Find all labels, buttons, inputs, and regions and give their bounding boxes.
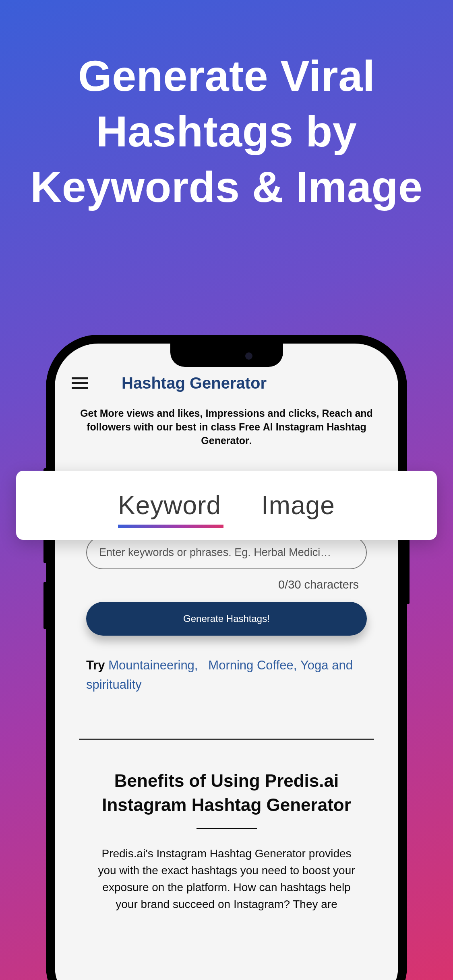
generate-hashtags-button[interactable]: Generate Hashtags! xyxy=(86,602,367,636)
try-label: Try xyxy=(86,658,108,672)
app-title: Hashtag Generator xyxy=(122,374,267,392)
hero-title: Generate Viral Hashtags by Keywords & Im… xyxy=(0,0,453,215)
app-header: Hashtag Generator xyxy=(70,374,383,392)
phone-frame: Hashtag Generator Get More views and lik… xyxy=(46,335,407,980)
benefits-text: Predis.ai's Instagram Hashtag Generator … xyxy=(93,845,360,913)
try-link-morning-coffee[interactable]: Morning Coffee, xyxy=(208,658,297,672)
phone-screen: Hashtag Generator Get More views and lik… xyxy=(55,344,398,980)
try-link-mountaineering[interactable]: Mountaineering, xyxy=(108,658,198,672)
app-content: Hashtag Generator Get More views and lik… xyxy=(55,344,398,980)
try-suggestions: Try Mountaineering, Morning Coffee, Yoga… xyxy=(86,656,367,694)
subtitle-post: . xyxy=(249,435,252,446)
app-subtitle: Get More views and likes, Impressions an… xyxy=(70,407,383,447)
tab-overlay: Keyword Image xyxy=(16,471,437,540)
tab-image[interactable]: Image xyxy=(261,490,335,520)
character-count: 0/30 characters xyxy=(70,578,359,591)
hamburger-menu-icon[interactable] xyxy=(70,376,89,391)
phone-notch xyxy=(170,344,283,367)
benefits-title: Benefits of Using Predis.ai Instagram Ha… xyxy=(82,769,371,817)
title-underline xyxy=(197,828,257,829)
camera-dot xyxy=(245,352,252,360)
tab-keyword[interactable]: Keyword xyxy=(118,490,221,520)
divider xyxy=(79,739,374,740)
keyword-input[interactable]: Enter keywords or phrases. Eg. Herbal Me… xyxy=(86,536,367,569)
